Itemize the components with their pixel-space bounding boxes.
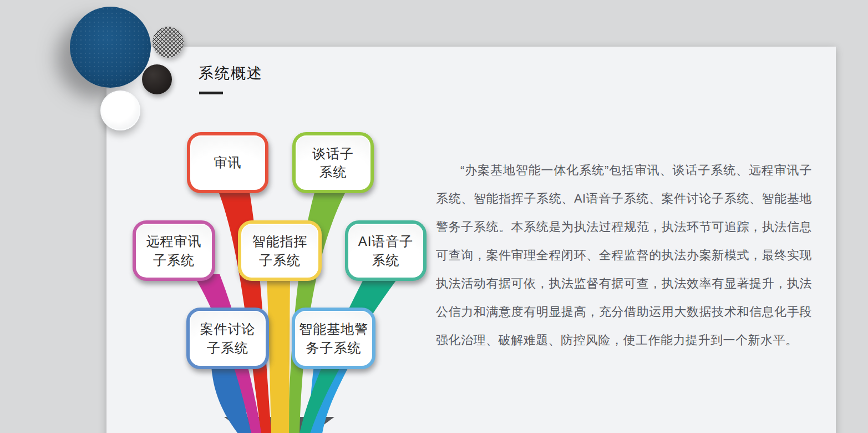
diagram-box-label: 审讯 [191,137,264,189]
diagram-box-case-discussion: 案件讨论 子系统 [186,308,269,369]
diagram-box-conversation: 谈话子 系统 [292,132,374,193]
diagram-box-remote-interrogation: 远程审讯 子系统 [133,220,215,281]
diagram-box-label: 谈话子 系统 [297,137,369,189]
decor-circle-white-icon [100,90,140,130]
diagram-box-label: 智能基地警 务子系统 [296,312,371,365]
diagram-box-intelligent-command: 智能指挥 子系统 [238,220,322,281]
diagram-box-ai-voice: AI语音子 系统 [345,220,427,281]
title-underline [199,92,223,94]
diagram-box-label: 案件讨论 子系统 [191,312,265,365]
page-title: 系统概述 [199,63,263,83]
diagram-box-label: 远程审讯 子系统 [137,225,211,276]
diagram-box-interrogation: 审讯 [187,132,268,193]
diagram-box-label: 智能指挥 子系统 [242,225,317,276]
overview-paragraph: “办案基地智能一体化系统”包括审讯、谈话子系统、远程审讯子系统、智能指挥子系统、… [436,156,812,354]
decor-circle-mesh-icon [153,27,184,58]
decor-circle-black-icon [142,64,172,94]
decor-circle-blue-icon [70,7,151,88]
diagram-box-intelligent-base-policing: 智能基地警 务子系统 [292,308,375,369]
diagram-box-label: AI语音子 系统 [349,225,422,276]
